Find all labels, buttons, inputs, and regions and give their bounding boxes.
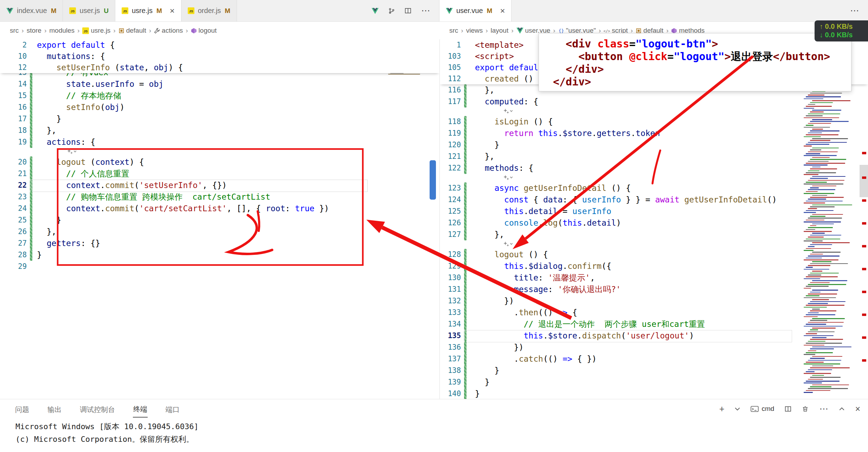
close-icon[interactable]: × — [500, 7, 505, 15]
minimap-right[interactable] — [804, 41, 856, 394]
tab-index.vue[interactable]: index.vueM — [0, 0, 63, 21]
breadcrumb-item[interactable]: actions — [154, 27, 183, 34]
minimap-line — [806, 163, 845, 164]
chevron-down-icon[interactable] — [735, 407, 740, 411]
breadcrumb-item[interactable]: JSusre.js — [82, 27, 110, 34]
code-line-24[interactable]: 24 context.commit('cart/setCartList', []… — [0, 203, 439, 214]
code-line-21[interactable]: 21 // 个人信息重置 — [0, 168, 439, 180]
more-actions-icon[interactable]: ⋯ — [850, 5, 860, 16]
code-line-15[interactable]: 15 // 存本地存储 — [0, 90, 439, 102]
code-line-25[interactable]: 25 } — [0, 214, 439, 226]
terminal-profile[interactable]: cmd — [751, 405, 774, 413]
maximize-panel-icon[interactable] — [839, 407, 844, 411]
code-line-10[interactable]: 10 mutations: { — [0, 51, 439, 62]
code-line-28[interactable]: 28} — [0, 249, 439, 261]
code-line-14[interactable]: 14 state.userInfo = obj — [0, 78, 439, 90]
kill-terminal-icon[interactable] — [802, 406, 809, 412]
more-actions-icon[interactable]: ⋯ — [819, 403, 829, 414]
braces-icon: {} — [558, 28, 564, 34]
vue-icon[interactable] — [372, 8, 379, 14]
minimap-line — [806, 314, 835, 315]
overview-ruler-mark — [862, 314, 866, 316]
copilot-sparkle-icon[interactable] — [503, 108, 514, 116]
minimap-line — [810, 292, 821, 293]
minimap-line — [812, 366, 833, 367]
code-line-18[interactable]: 18 }, — [0, 125, 439, 136]
close-icon[interactable]: × — [170, 7, 175, 15]
code-line-2[interactable]: 2export default { — [0, 39, 439, 51]
gutter-modified-indicator — [461, 376, 475, 388]
code-text: } — [37, 249, 42, 261]
breadcrumb-item[interactable]: store — [27, 27, 41, 34]
module-icon — [636, 28, 642, 34]
panel-tab-调试控制台[interactable]: 调试控制台 — [79, 401, 115, 417]
minimap-line — [804, 117, 839, 118]
code-line-27[interactable]: 27 getters: {} — [0, 238, 439, 249]
close-panel-icon[interactable]: × — [855, 405, 860, 413]
minimap-line — [804, 278, 820, 279]
more-actions-icon[interactable]: ⋯ — [421, 5, 431, 16]
copilot-sparkle-icon[interactable] — [503, 175, 514, 182]
breadcrumb-item[interactable]: views — [466, 27, 483, 34]
breadcrumb-item[interactable]: src — [449, 27, 458, 34]
chevron-right-icon: › — [461, 27, 463, 34]
code-line-13[interactable]: 13 // 有vuex — [0, 73, 439, 78]
breadcrumb-item[interactable]: layout — [491, 27, 509, 34]
panel-tab-终端[interactable]: 终端 — [133, 400, 148, 418]
code-line-26[interactable]: 26 }, — [0, 226, 439, 238]
line-number: 136 — [440, 342, 461, 353]
tab-user.vue[interactable]: user.vueM× — [439, 0, 512, 21]
code-line-17[interactable]: 17 } — [0, 113, 439, 125]
gutter-modified-indicator — [461, 194, 475, 206]
minimap-line — [810, 140, 830, 141]
minimap-line — [806, 229, 815, 230]
copilot-sparkle-icon[interactable] — [503, 241, 514, 248]
code-line-19[interactable]: 19 actions: { — [0, 136, 439, 148]
code-line-22[interactable]: 22 context.commit('setUserInfo', {}) — [0, 180, 439, 191]
line-number: 124 — [440, 194, 461, 206]
editor-right[interactable]: 1<template>103<script>105export default … — [439, 39, 868, 399]
scrollbar-thumb-right[interactable] — [860, 165, 868, 197]
minimap-line — [804, 297, 836, 298]
gutter — [461, 51, 475, 62]
scrollbar-thumb-left[interactable] — [430, 160, 436, 200]
minimap-line — [812, 195, 827, 196]
minimap-line — [804, 250, 814, 251]
line-number: 10 — [0, 51, 27, 62]
new-terminal-icon[interactable]: + — [719, 405, 725, 413]
minimap-line — [804, 193, 834, 194]
download-speed: ↓ 0.0 KB/s — [819, 31, 864, 39]
line-number: 123 — [440, 182, 461, 194]
breadcrumb-item[interactable]: src — [10, 27, 19, 34]
minimap-line — [808, 114, 840, 115]
minimap-line — [806, 362, 824, 363]
minimap-line — [808, 104, 815, 105]
gutter-modified-indicator — [27, 90, 37, 102]
editor-left[interactable]: 2export default {10 mutations: {12 setUs… — [0, 39, 439, 399]
minimap-line — [806, 220, 824, 221]
panel-tab-端口[interactable]: 端口 — [165, 401, 180, 417]
tab-user.js[interactable]: JSuser.jsU — [63, 0, 115, 21]
split-terminal-icon[interactable] — [785, 406, 791, 412]
code-line-16[interactable]: 16 setInfo(obj) — [0, 102, 439, 113]
terminal-output[interactable]: Microsoft Windows [版本 10.0.19045.6036](c… — [0, 418, 868, 446]
split-editor-icon[interactable] — [405, 7, 411, 14]
code-line-23[interactable]: 23 // 购物车信息重置 跨模块操作 cart/setCartList — [0, 191, 439, 203]
panel-tab-输出[interactable]: 输出 — [47, 401, 62, 417]
minimap-line — [808, 189, 835, 190]
breadcrumb-item[interactable]: modules — [49, 27, 75, 34]
breadcrumb-item[interactable]: logout — [191, 27, 217, 34]
tab-usre.js[interactable]: JSusre.jsM× — [115, 0, 181, 21]
minimap-line — [810, 282, 830, 283]
copilot-sparkle-icon[interactable] — [67, 149, 77, 156]
code-line-12[interactable]: 12 setUserInfo (state, obj) { — [0, 62, 439, 73]
module-icon — [118, 28, 124, 34]
line-number: 131 — [440, 284, 461, 295]
breadcrumb-item[interactable]: default — [118, 27, 146, 34]
vue-icon — [516, 27, 523, 34]
panel-tab-问题[interactable]: 问题 — [15, 401, 30, 417]
code-line-29[interactable]: 29 — [0, 261, 439, 272]
code-line-20[interactable]: 20 logout (context) { — [0, 156, 439, 168]
git-branch-icon[interactable] — [388, 8, 395, 14]
tab-order.js[interactable]: JSorder.jsM — [181, 0, 237, 21]
